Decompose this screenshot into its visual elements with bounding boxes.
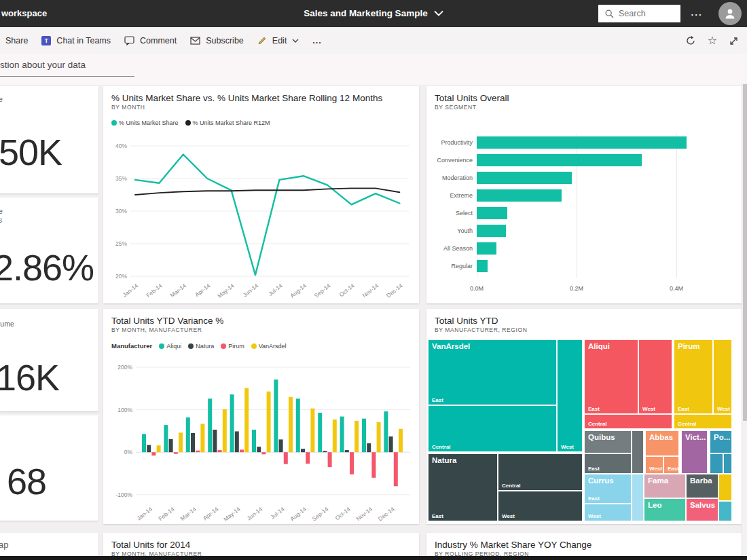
treemap-tile[interactable]: West [498, 491, 583, 521]
search-box[interactable]: Search [598, 5, 680, 22]
column-vanarsdel[interactable] [244, 388, 249, 453]
column-vanarsdel[interactable] [377, 422, 381, 452]
bar-extreme[interactable] [477, 189, 562, 202]
treemap-tile-aliqui[interactable]: AliquiEast [584, 339, 638, 414]
treemap-tile[interactable]: West [557, 339, 583, 452]
edit-button[interactable]: Edit [257, 36, 299, 45]
column-natura[interactable] [257, 447, 261, 452]
column-pirum[interactable] [328, 452, 332, 467]
subscribe-button[interactable]: Subscribe [190, 36, 244, 45]
kpi-card-volume-ytd[interactable]: lume 16K [0, 309, 98, 411]
column-pirum[interactable] [240, 449, 244, 452]
column-natura[interactable] [389, 436, 393, 452]
bar-productivity[interactable] [477, 136, 687, 149]
column-natura[interactable] [169, 439, 173, 452]
column-vanarsdel[interactable] [399, 429, 403, 452]
treemap-tile[interactable] [718, 501, 732, 521]
scrollbar-thumb[interactable] [743, 84, 747, 421]
treemap-tile[interactable]: West [638, 339, 672, 414]
treemap-tile-po[interactable]: Po... [710, 430, 732, 453]
column-pirum[interactable] [306, 452, 310, 464]
column-aliqui[interactable] [384, 411, 388, 452]
column-aliqui[interactable] [142, 434, 146, 452]
kpi-card-total-volume[interactable]: e 50K [0, 86, 98, 193]
column-vanarsdel[interactable] [157, 445, 161, 452]
treemap-tile[interactable] [723, 453, 732, 474]
tile-market-share-line[interactable]: % Units Market Share vs. % Units Market … [103, 86, 419, 303]
line-series[interactable] [135, 155, 399, 276]
column-aliqui[interactable] [296, 398, 300, 452]
tile-total-units-2014[interactable]: Total Units for 2014 BY MONTH, MANUFACTU… [103, 533, 419, 556]
kpi-card-score[interactable]: 68 [0, 415, 98, 521]
kpi-card-market-share[interactable]: e s 2.86% [0, 198, 98, 303]
treemap-tile-salvus[interactable]: Salvus [686, 498, 718, 521]
treemap-tile-natura[interactable]: NaturaEast [428, 453, 498, 521]
bar-youth[interactable] [477, 225, 506, 237]
tile-industry-yoy[interactable]: Industry % Market Share YOY Change BY RO… [426, 533, 742, 556]
column-natura[interactable] [367, 443, 371, 452]
treemap-tile[interactable]: West [713, 339, 732, 414]
column-aliqui[interactable] [362, 419, 366, 453]
column-aliqui[interactable] [230, 394, 234, 452]
bar-all-season[interactable] [477, 242, 496, 255]
kpi-card-partial[interactable]: ap [0, 533, 98, 556]
tile-ytd-variance[interactable]: Total Units YTD Variance % BY MONTH, MAN… [103, 309, 419, 524]
column-natura[interactable] [235, 432, 239, 453]
column-aliqui[interactable] [252, 430, 256, 452]
comment-button[interactable]: Comment [124, 36, 177, 45]
treemap-tile[interactable] [632, 430, 644, 474]
column-vanarsdel[interactable] [289, 397, 293, 452]
column-natura[interactable] [191, 433, 195, 452]
treemap-tile-abbas[interactable]: Abbas [645, 430, 679, 456]
treemap-tile-leo[interactable]: Leo [644, 498, 686, 521]
column-pirum[interactable] [218, 450, 222, 452]
treemap-tile-barba[interactable]: Barba [686, 474, 718, 498]
column-aliqui[interactable] [164, 425, 168, 452]
refresh-button[interactable] [685, 35, 696, 46]
favorite-star-button[interactable]: ☆ [708, 35, 717, 46]
account-avatar[interactable] [718, 2, 742, 25]
column-natura[interactable] [345, 450, 349, 452]
column-pirum[interactable] [174, 452, 178, 454]
column-aliqui[interactable] [318, 413, 322, 452]
bar-select[interactable] [477, 207, 507, 219]
treemap-tile-quibus[interactable]: Quibus [584, 430, 632, 453]
column-pirum[interactable] [371, 452, 376, 478]
column-vanarsdel[interactable] [223, 409, 227, 452]
treemap-tile-vict[interactable]: Vict... [681, 430, 708, 474]
treemap-tile-fama[interactable]: Fama [644, 474, 686, 498]
treemap-tile[interactable] [710, 453, 723, 474]
treemap-tile[interactable]: Central [584, 414, 672, 429]
treemap-tile-pirum[interactable]: PirumEast [674, 339, 713, 414]
column-aliqui[interactable] [208, 398, 212, 452]
column-natura[interactable] [323, 451, 327, 452]
column-vanarsdel[interactable] [354, 421, 359, 452]
treemap-tile[interactable]: West [584, 504, 632, 521]
treemap-tile[interactable]: Central [674, 414, 732, 429]
treemap-tile[interactable]: Central [498, 453, 583, 491]
column-natura[interactable] [147, 445, 151, 453]
column-natura[interactable] [213, 430, 217, 452]
column-aliqui[interactable] [186, 417, 190, 452]
tile-total-units-overall[interactable]: Total Units Overall BY SEGMENT Productiv… [426, 86, 742, 303]
ask-question-input[interactable]: stion about your data [0, 60, 134, 77]
column-vanarsdel[interactable] [333, 419, 337, 452]
treemap-tile-currus[interactable]: CurrusEast [584, 474, 632, 504]
topbar-more-button[interactable]: ••• [691, 12, 703, 18]
treemap-tile[interactable]: West [645, 456, 663, 474]
tile-total-units-ytd[interactable]: Total Units YTD BY MANUFACTURER, REGION … [426, 309, 742, 524]
column-pirum[interactable] [350, 452, 354, 474]
chat-in-teams-button[interactable]: T Chat in Teams [41, 36, 111, 45]
treemap-tile-vanarsdel[interactable]: VanArsdelEast [428, 339, 557, 405]
column-vanarsdel[interactable] [310, 409, 314, 453]
line-series[interactable] [135, 188, 399, 195]
bar-convenience[interactable] [477, 154, 642, 166]
toolbar-more-button[interactable]: ... [312, 36, 321, 45]
column-natura[interactable] [301, 449, 305, 452]
column-pirum[interactable] [284, 452, 288, 464]
treemap-tile[interactable]: East [584, 453, 632, 474]
column-pirum[interactable] [261, 452, 266, 454]
column-vanarsdel[interactable] [179, 432, 183, 452]
column-aliqui[interactable] [340, 417, 344, 453]
treemap-tile[interactable] [632, 474, 644, 521]
